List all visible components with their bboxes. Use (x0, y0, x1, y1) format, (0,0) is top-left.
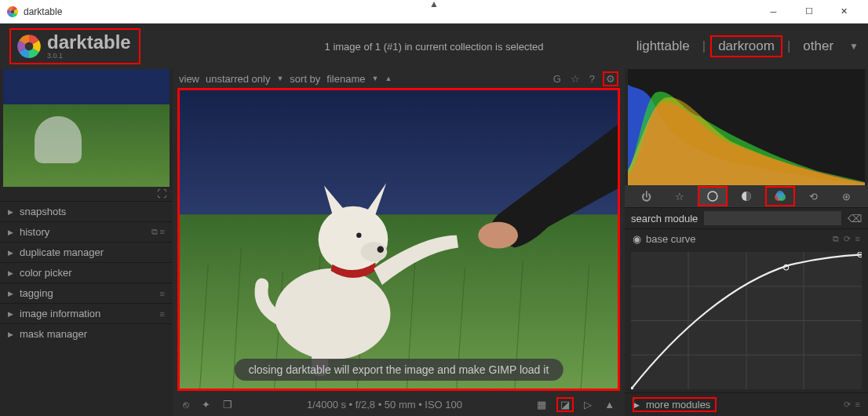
styles-icon[interactable]: ✦ (199, 399, 213, 411)
preferences-gear-icon[interactable]: ⚙ (603, 71, 618, 86)
panel-label: tagging (20, 287, 53, 299)
panel-image-information[interactable]: ▶image information≡ (0, 303, 173, 323)
gamut-check-icon[interactable]: ▲ (602, 399, 617, 411)
window-minimize-button[interactable]: ─ (756, 0, 791, 23)
svg-point-16 (319, 206, 388, 272)
left-panel: ⛶ ▶snapshots ▶history⧉ ≡ ▶duplicate mana… (0, 69, 173, 416)
presets-icon[interactable]: ≡ (855, 400, 860, 410)
left-module-list: ▶snapshots ▶history⧉ ≡ ▶duplicate manage… (0, 201, 173, 416)
view-filter-label: view (179, 73, 199, 85)
reset-icon[interactable]: ⟳ (844, 400, 851, 410)
panel-label: color picker (20, 267, 71, 279)
image-exif: 1/4000 s • f/2,8 • 50 mm • ISO 100 (307, 399, 462, 411)
toast-message: closing darktable will export the image … (235, 359, 563, 381)
panel-label: mask manager (20, 328, 87, 340)
panel-duplicate-manager[interactable]: ▶duplicate manager (0, 242, 173, 262)
module-power-icon[interactable]: ◉ (633, 233, 641, 245)
svg-point-17 (360, 242, 387, 261)
window-close-button[interactable]: ✕ (826, 0, 862, 23)
svg-point-1 (25, 42, 34, 51)
svg-point-15 (275, 268, 391, 359)
quick-access-icon[interactable]: ⎋ (181, 399, 191, 411)
sort-direction-icon[interactable]: ▲ (385, 75, 392, 82)
dropdown-icon[interactable]: ▼ (371, 75, 378, 82)
view-separator: | (786, 38, 792, 54)
panel-label: image information (20, 308, 100, 319)
svg-point-19 (356, 233, 361, 238)
app-logo: darktable 3.0.1 (9, 28, 140, 64)
more-modules-row[interactable]: ▶ more modules ⟳ ≡ (625, 392, 868, 416)
tab-favorites-icon[interactable]: ☆ (666, 187, 694, 206)
view-separator: | (701, 38, 707, 54)
logo-version: 3.0.1 (47, 52, 131, 60)
star-filter-icon[interactable]: ☆ (569, 73, 582, 85)
view-other[interactable]: other (795, 35, 841, 57)
panel-mask-manager[interactable]: ▶mask manager (0, 323, 173, 344)
help-icon[interactable]: ? (588, 73, 596, 85)
sort-label: sort by (290, 73, 320, 85)
sort-value[interactable]: filename (326, 73, 365, 85)
app-icon (6, 5, 19, 18)
module-search-input[interactable] (704, 211, 841, 225)
view-filter-value[interactable]: unstarred only (206, 73, 270, 85)
top-collapse-arrow-icon[interactable]: ▲ (429, 0, 439, 9)
view-switcher: lighttable | darkroom | other ▼ (629, 35, 859, 57)
second-window-icon[interactable]: ❐ (221, 399, 235, 411)
search-label: search module (631, 213, 698, 224)
app-header: darktable 3.0.1 1 image of 1 (#1) in cur… (0, 24, 868, 69)
tab-color-icon[interactable] (766, 187, 794, 206)
presets-icon[interactable]: ≡ (855, 234, 860, 244)
svg-point-25 (776, 191, 784, 199)
panel-color-picker[interactable]: ▶color picker (0, 262, 173, 283)
dropdown-icon[interactable]: ▼ (276, 75, 283, 82)
module-group-tabs: ⏻ ☆ ⟲ ⊛ (625, 185, 868, 207)
raw-overexposed-icon[interactable]: ▦ (534, 399, 549, 411)
panel-label: duplicate manager (20, 246, 104, 258)
panel-label: history (20, 226, 49, 238)
histogram[interactable] (628, 69, 865, 185)
module-search-row: search module ⌫ (625, 207, 868, 228)
svg-point-14 (478, 222, 518, 249)
module-base-curve[interactable]: ◉ base curve ⧉ ⟳ ≡ (625, 228, 868, 249)
overexposed-indicator-icon[interactable]: ◪ (556, 397, 574, 412)
module-name: base curve (646, 233, 696, 245)
bottom-toolbar: ⎋ ✦ ❐ 1/4000 s • f/2,8 • 50 mm • ISO 100… (173, 392, 625, 416)
multi-instance-icon[interactable]: ⧉ (833, 234, 839, 244)
tab-correction-icon[interactable]: ⟲ (799, 187, 827, 206)
app-body: ▲ darktable 3.0.1 1 image of 1 (#1) in c (0, 24, 868, 416)
view-darkroom[interactable]: darkroom (710, 35, 782, 57)
tab-tone-icon[interactable] (732, 187, 760, 206)
svg-point-21 (708, 192, 717, 201)
tab-basic-icon[interactable] (698, 187, 727, 206)
filter-toolbar: view unstarred only ▼ sort by filename ▼… (173, 69, 625, 88)
navigation-thumbnail[interactable] (3, 69, 170, 187)
softproof-icon[interactable]: ▷ (582, 399, 594, 411)
center-panel: view unstarred only ▼ sort by filename ▼… (173, 69, 625, 416)
view-dropdown-icon[interactable]: ▼ (849, 41, 859, 52)
more-modules-label: more modules (646, 399, 710, 411)
panel-tagging[interactable]: ▶tagging≡ (0, 283, 173, 303)
panel-label: snapshots (20, 206, 66, 217)
window-maximize-button[interactable]: ☐ (791, 0, 826, 23)
collection-status: 1 image of 1 (#1) in current collection … (325, 41, 544, 53)
main-area: ⛶ ▶snapshots ▶history⧉ ≡ ▶duplicate mana… (0, 69, 868, 416)
tab-active-modules-icon[interactable]: ⏻ (632, 187, 660, 206)
base-curve-graph[interactable] (631, 252, 862, 389)
svg-point-18 (377, 246, 384, 252)
panel-snapshots[interactable]: ▶snapshots (0, 201, 173, 221)
svg-point-0 (11, 10, 14, 13)
logo-wheel-icon (16, 33, 42, 60)
right-panel: ⏻ ☆ ⟲ ⊛ search module ⌫ ◉ base curve ⧉ ⟳ (625, 69, 868, 416)
clear-search-icon[interactable]: ⌫ (848, 213, 862, 224)
group-toggle[interactable]: G (552, 73, 563, 85)
window-title: darktable (24, 6, 756, 17)
tab-effect-icon[interactable]: ⊛ (833, 187, 861, 206)
fullscreen-icon[interactable]: ⛶ (0, 187, 173, 201)
logo-text: darktable (47, 31, 131, 53)
view-lighttable[interactable]: lighttable (629, 35, 698, 57)
image-canvas[interactable]: closing darktable will export the image … (177, 88, 620, 391)
reset-icon[interactable]: ⟳ (844, 234, 851, 244)
panel-history[interactable]: ▶history⧉ ≡ (0, 221, 173, 242)
